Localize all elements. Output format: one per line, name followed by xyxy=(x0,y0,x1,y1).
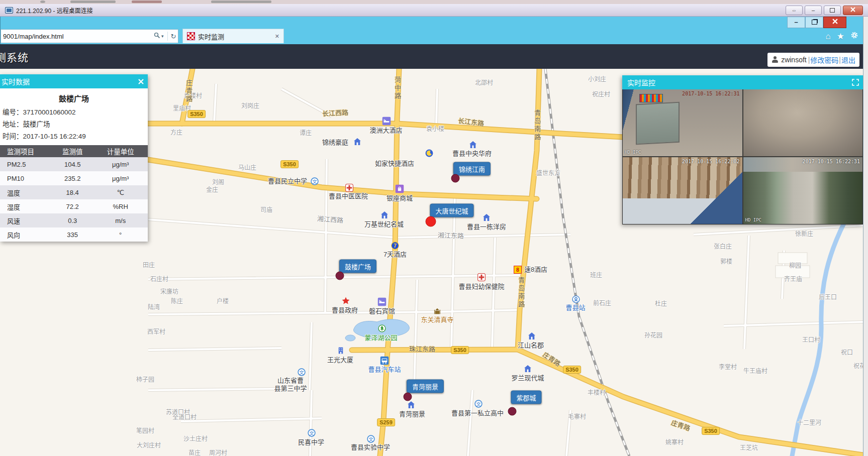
village-label: 户楼 xyxy=(217,298,229,305)
rdp-title: 221.1.202.90 - 远程桌面连接 xyxy=(16,6,93,15)
table-cell: μg/m³ xyxy=(93,171,148,185)
station-marker-dot[interactable] xyxy=(426,216,436,227)
svg-text:文: 文 xyxy=(312,179,317,184)
station-marker-dot[interactable] xyxy=(404,393,412,401)
station-marker-dot[interactable] xyxy=(508,407,517,416)
expand-icon[interactable] xyxy=(852,79,859,86)
road-label: 长江东路 xyxy=(457,117,485,128)
station-marker-dot[interactable] xyxy=(336,272,344,280)
station-badge[interactable]: 紫郡城 xyxy=(511,391,541,404)
village-label: 前石庄 xyxy=(593,300,611,307)
table-header-cell: 监测项目 xyxy=(0,145,52,157)
road-label: 湘江东路 xyxy=(438,232,464,241)
address-input[interactable]: 9001/map/index.html xyxy=(1,33,152,40)
hospital-icon xyxy=(477,273,486,282)
logout-link[interactable]: 退出 xyxy=(841,55,855,65)
tab-close-icon[interactable]: ✕ xyxy=(275,33,283,40)
station-badge[interactable]: 鼓楼广场 xyxy=(339,260,376,273)
change-password-link[interactable]: 修改密码 xyxy=(810,55,838,65)
search-icon[interactable] xyxy=(152,32,161,40)
station-badge[interactable]: 锦绣江南 xyxy=(453,162,491,176)
school-icon: 文 xyxy=(474,400,483,408)
table-cell: 235.2 xyxy=(52,171,93,185)
station-marker-dot[interactable] xyxy=(451,174,460,183)
table-cell: ℃ xyxy=(93,185,148,199)
bed-icon xyxy=(382,117,391,126)
background-window-strip xyxy=(0,0,868,4)
village-label: 齐王庙 xyxy=(784,276,802,283)
background-window-fragment xyxy=(211,1,271,3)
village-label: 刘阁 xyxy=(212,179,224,186)
poi-label: 银座商城 xyxy=(387,194,413,202)
poi-label: 蒙泽湖公园 xyxy=(364,334,397,342)
window-restore-button[interactable] xyxy=(805,17,823,28)
home-icon xyxy=(380,211,389,219)
close-icon[interactable] xyxy=(138,79,144,84)
poi-label: 锦绣豪庭 xyxy=(322,139,348,147)
window-minimize-button[interactable]: – xyxy=(787,17,805,28)
camera-hd-label: HD IPC xyxy=(625,150,641,155)
village-label: 王口村 xyxy=(802,336,820,344)
village-label: 谭庄 xyxy=(300,130,312,137)
dropdown-caret-icon[interactable]: ▾ xyxy=(161,34,166,39)
rdp-close-button[interactable] xyxy=(843,6,863,15)
village-label: 金庄 xyxy=(206,186,218,194)
poi-label: 速8酒店 xyxy=(524,266,547,274)
moon-icon xyxy=(425,149,434,158)
village-label: 郭楼 xyxy=(720,258,732,266)
tree-icon xyxy=(378,324,387,333)
table-header-cell: 计量单位 xyxy=(93,145,148,157)
svg-text:文: 文 xyxy=(368,436,373,442)
village-label: 王芝坑 xyxy=(740,444,758,452)
station-badge[interactable]: 大唐世纪城 xyxy=(430,204,473,217)
user-icon xyxy=(771,56,779,63)
home-icon xyxy=(469,141,477,149)
building-icon xyxy=(337,347,345,355)
poi-label: 澳洲大酒店 xyxy=(369,127,402,135)
home-icon[interactable]: ⌂ xyxy=(825,32,830,42)
svg-text:文: 文 xyxy=(309,430,314,436)
refresh-icon[interactable]: ↻ xyxy=(169,33,178,40)
village-label: 毛寨村 xyxy=(568,413,586,421)
settings-gear-icon[interactable] xyxy=(850,31,858,42)
rdp-minimize-button[interactable]: – xyxy=(805,6,822,15)
poi-label: 如家快捷酒店 xyxy=(375,160,414,168)
window-close-button[interactable] xyxy=(823,17,846,28)
road-label: 珠江东路 xyxy=(409,345,435,354)
road-label: 庄青路 xyxy=(670,419,691,433)
village-label: 袁小楼 xyxy=(426,126,444,133)
table-cell: μg/m³ xyxy=(93,157,148,171)
rdp-icon xyxy=(5,7,13,14)
eight-icon: 8 xyxy=(514,266,522,274)
table-header-row: 监测项目监测值计量单位 xyxy=(0,145,148,157)
village-label: 姚寨村 xyxy=(665,439,684,446)
browser-chrome: 9001/map/index.html ▾ ↻ 实时监测 ✕ – ⌂ ★ xyxy=(0,16,863,44)
village-label: 牛王庙村 xyxy=(743,368,767,375)
poi-label: 曹县汽车站 xyxy=(368,366,401,374)
station-badge[interactable]: 青菏丽景 xyxy=(407,380,444,393)
camera-feed-3[interactable]: 2017-10-15 16:22:02 xyxy=(623,157,742,224)
separator: | xyxy=(839,56,841,64)
rdp-maximize-button[interactable] xyxy=(824,6,841,15)
rdp-pin-icon[interactable]: ⇔ xyxy=(786,6,803,15)
table-cell: 温度 xyxy=(0,185,52,199)
school-icon: 文 xyxy=(298,368,306,377)
table-row: PM2.5104.5μg/m³ xyxy=(0,157,148,171)
browser-tab[interactable]: 实时监测 ✕ xyxy=(182,29,284,43)
favorites-star-icon[interactable]: ★ xyxy=(837,32,844,42)
village-label: 后王口 xyxy=(819,294,837,301)
poi-label: 万基世纪名城 xyxy=(364,220,404,229)
star-icon xyxy=(342,297,350,305)
village-label: 柿子园 xyxy=(136,376,154,384)
rdp-title-bar[interactable]: 221.1.202.90 - 远程桌面连接 ⇔ – xyxy=(0,4,868,17)
camera-feed-4[interactable]: 2017-10-15 16:22:31HD IPC xyxy=(743,157,863,224)
camera-feed-2[interactable] xyxy=(743,89,863,156)
camera-feed-1[interactable]: 2017-10-15 16:22:31HD IPC xyxy=(623,89,742,156)
route-badge: S350 xyxy=(702,427,720,435)
camera-timestamp: 2017-10-15 16:22:31 xyxy=(803,159,860,164)
address-bar[interactable]: 9001/map/index.html ▾ ↻ xyxy=(1,29,178,43)
browser-toolbar: ⌂ ★ xyxy=(825,31,858,42)
station-field: 地址：鼓楼广场 xyxy=(0,119,148,131)
home-icon xyxy=(483,213,491,222)
poi-label: 罗兰现代城 xyxy=(511,374,544,382)
